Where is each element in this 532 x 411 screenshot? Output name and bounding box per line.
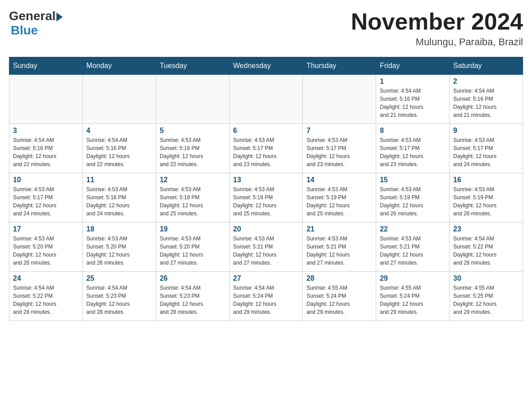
day-info: Sunrise: 4:54 AM Sunset: 5:23 PM Dayligh…	[86, 284, 152, 316]
week-row: 10Sunrise: 4:53 AM Sunset: 5:17 PM Dayli…	[9, 173, 523, 223]
week-row: 24Sunrise: 4:54 AM Sunset: 5:22 PM Dayli…	[9, 272, 523, 321]
calendar-cell	[82, 75, 156, 124]
day-number: 17	[13, 225, 79, 233]
day-info: Sunrise: 4:53 AM Sunset: 5:19 PM Dayligh…	[380, 185, 446, 218]
calendar-cell: 10Sunrise: 4:53 AM Sunset: 5:17 PM Dayli…	[9, 173, 83, 223]
day-info: Sunrise: 4:54 AM Sunset: 5:16 PM Dayligh…	[453, 87, 519, 119]
day-number: 20	[233, 225, 299, 233]
calendar-cell: 29Sunrise: 4:55 AM Sunset: 5:24 PM Dayli…	[376, 272, 450, 321]
day-info: Sunrise: 4:53 AM Sunset: 5:16 PM Dayligh…	[160, 136, 226, 168]
logo-general-text: General	[9, 9, 56, 23]
day-info: Sunrise: 4:53 AM Sunset: 5:18 PM Dayligh…	[160, 185, 226, 218]
day-info: Sunrise: 4:53 AM Sunset: 5:18 PM Dayligh…	[233, 185, 299, 218]
week-row: 1Sunrise: 4:54 AM Sunset: 5:16 PM Daylig…	[9, 75, 523, 124]
day-info: Sunrise: 4:53 AM Sunset: 5:18 PM Dayligh…	[86, 185, 152, 218]
day-number: 22	[380, 225, 446, 233]
day-number: 26	[160, 274, 226, 283]
month-title: November 2024	[351, 9, 523, 34]
day-of-week-header: Tuesday	[156, 57, 229, 75]
day-number: 23	[453, 225, 519, 233]
day-number: 16	[453, 176, 519, 184]
day-info: Sunrise: 4:53 AM Sunset: 5:17 PM Dayligh…	[380, 136, 446, 168]
day-number: 1	[380, 77, 446, 86]
day-info: Sunrise: 4:53 AM Sunset: 5:20 PM Dayligh…	[160, 235, 226, 267]
day-info: Sunrise: 4:53 AM Sunset: 5:20 PM Dayligh…	[13, 235, 79, 267]
day-number: 18	[86, 225, 152, 233]
day-info: Sunrise: 4:54 AM Sunset: 5:23 PM Dayligh…	[160, 284, 226, 316]
day-number: 13	[233, 176, 299, 184]
calendar-cell: 13Sunrise: 4:53 AM Sunset: 5:18 PM Dayli…	[229, 173, 303, 223]
calendar-cell: 15Sunrise: 4:53 AM Sunset: 5:19 PM Dayli…	[376, 173, 450, 223]
day-of-week-header: Wednesday	[229, 57, 303, 75]
day-number: 4	[86, 127, 152, 135]
day-info: Sunrise: 4:53 AM Sunset: 5:17 PM Dayligh…	[13, 185, 79, 218]
day-number: 2	[453, 77, 519, 86]
calendar-cell: 19Sunrise: 4:53 AM Sunset: 5:20 PM Dayli…	[156, 223, 229, 272]
day-number: 14	[306, 176, 372, 184]
day-number: 10	[13, 176, 79, 184]
day-info: Sunrise: 4:53 AM Sunset: 5:21 PM Dayligh…	[380, 235, 446, 267]
page-header: General Blue November 2024 Mulungu, Para…	[9, 9, 523, 48]
calendar-cell: 8Sunrise: 4:53 AM Sunset: 5:17 PM Daylig…	[376, 124, 450, 173]
day-number: 15	[380, 176, 446, 184]
day-number: 6	[233, 127, 299, 135]
day-info: Sunrise: 4:54 AM Sunset: 5:22 PM Dayligh…	[453, 235, 519, 267]
calendar-cell: 2Sunrise: 4:54 AM Sunset: 5:16 PM Daylig…	[450, 75, 523, 124]
day-of-week-header: Saturday	[450, 57, 523, 75]
logo-arrow-icon	[56, 13, 63, 21]
day-of-week-header: Friday	[376, 57, 450, 75]
day-number: 12	[160, 176, 226, 184]
day-of-week-header: Monday	[82, 57, 156, 75]
day-info: Sunrise: 4:53 AM Sunset: 5:17 PM Dayligh…	[453, 136, 519, 168]
day-info: Sunrise: 4:53 AM Sunset: 5:20 PM Dayligh…	[86, 235, 152, 267]
calendar-cell: 25Sunrise: 4:54 AM Sunset: 5:23 PM Dayli…	[82, 272, 156, 321]
calendar-cell: 30Sunrise: 4:55 AM Sunset: 5:25 PM Dayli…	[450, 272, 523, 321]
calendar-cell: 4Sunrise: 4:54 AM Sunset: 5:16 PM Daylig…	[82, 124, 156, 173]
calendar-cell: 14Sunrise: 4:53 AM Sunset: 5:19 PM Dayli…	[303, 173, 376, 223]
calendar-cell: 20Sunrise: 4:53 AM Sunset: 5:21 PM Dayli…	[229, 223, 303, 272]
calendar-cell: 28Sunrise: 4:55 AM Sunset: 5:24 PM Dayli…	[303, 272, 376, 321]
day-number: 19	[160, 225, 226, 233]
calendar-cell: 17Sunrise: 4:53 AM Sunset: 5:20 PM Dayli…	[9, 223, 83, 272]
calendar-cell: 16Sunrise: 4:53 AM Sunset: 5:19 PM Dayli…	[450, 173, 523, 223]
day-info: Sunrise: 4:53 AM Sunset: 5:21 PM Dayligh…	[233, 235, 299, 267]
calendar-cell	[156, 75, 229, 124]
week-row: 17Sunrise: 4:53 AM Sunset: 5:20 PM Dayli…	[9, 223, 523, 272]
calendar-cell: 6Sunrise: 4:53 AM Sunset: 5:17 PM Daylig…	[229, 124, 303, 173]
day-info: Sunrise: 4:55 AM Sunset: 5:25 PM Dayligh…	[453, 284, 519, 316]
calendar-cell: 12Sunrise: 4:53 AM Sunset: 5:18 PM Dayli…	[156, 173, 229, 223]
calendar-header-row: SundayMondayTuesdayWednesdayThursdayFrid…	[9, 57, 523, 75]
day-of-week-header: Sunday	[9, 57, 83, 75]
day-info: Sunrise: 4:54 AM Sunset: 5:16 PM Dayligh…	[13, 136, 79, 168]
calendar-cell: 23Sunrise: 4:54 AM Sunset: 5:22 PM Dayli…	[450, 223, 523, 272]
day-info: Sunrise: 4:53 AM Sunset: 5:19 PM Dayligh…	[453, 185, 519, 218]
day-number: 28	[306, 274, 372, 283]
day-info: Sunrise: 4:54 AM Sunset: 5:22 PM Dayligh…	[13, 284, 79, 316]
day-number: 24	[13, 274, 79, 283]
logo-blue-text: Blue	[11, 23, 38, 38]
day-info: Sunrise: 4:54 AM Sunset: 5:16 PM Dayligh…	[86, 136, 152, 168]
calendar-cell	[303, 75, 376, 124]
logo: General Blue	[9, 9, 63, 38]
calendar-cell: 3Sunrise: 4:54 AM Sunset: 5:16 PM Daylig…	[9, 124, 83, 173]
day-number: 30	[453, 274, 519, 283]
week-row: 3Sunrise: 4:54 AM Sunset: 5:16 PM Daylig…	[9, 124, 523, 173]
day-number: 29	[380, 274, 446, 283]
calendar-table: SundayMondayTuesdayWednesdayThursdayFrid…	[9, 57, 523, 321]
day-number: 9	[453, 127, 519, 135]
title-section: November 2024 Mulungu, Paraiba, Brazil	[351, 9, 523, 48]
day-of-week-header: Thursday	[303, 57, 376, 75]
calendar-cell: 11Sunrise: 4:53 AM Sunset: 5:18 PM Dayli…	[82, 173, 156, 223]
day-number: 27	[233, 274, 299, 283]
day-info: Sunrise: 4:53 AM Sunset: 5:17 PM Dayligh…	[306, 136, 372, 168]
day-info: Sunrise: 4:54 AM Sunset: 5:16 PM Dayligh…	[380, 87, 446, 119]
calendar-cell: 22Sunrise: 4:53 AM Sunset: 5:21 PM Dayli…	[376, 223, 450, 272]
day-number: 8	[380, 127, 446, 135]
day-number: 25	[86, 274, 152, 283]
day-info: Sunrise: 4:53 AM Sunset: 5:19 PM Dayligh…	[306, 185, 372, 218]
calendar-cell: 24Sunrise: 4:54 AM Sunset: 5:22 PM Dayli…	[9, 272, 83, 321]
day-info: Sunrise: 4:53 AM Sunset: 5:21 PM Dayligh…	[306, 235, 372, 267]
calendar-cell	[229, 75, 303, 124]
location-text: Mulungu, Paraiba, Brazil	[351, 36, 523, 48]
calendar-cell: 27Sunrise: 4:54 AM Sunset: 5:24 PM Dayli…	[229, 272, 303, 321]
